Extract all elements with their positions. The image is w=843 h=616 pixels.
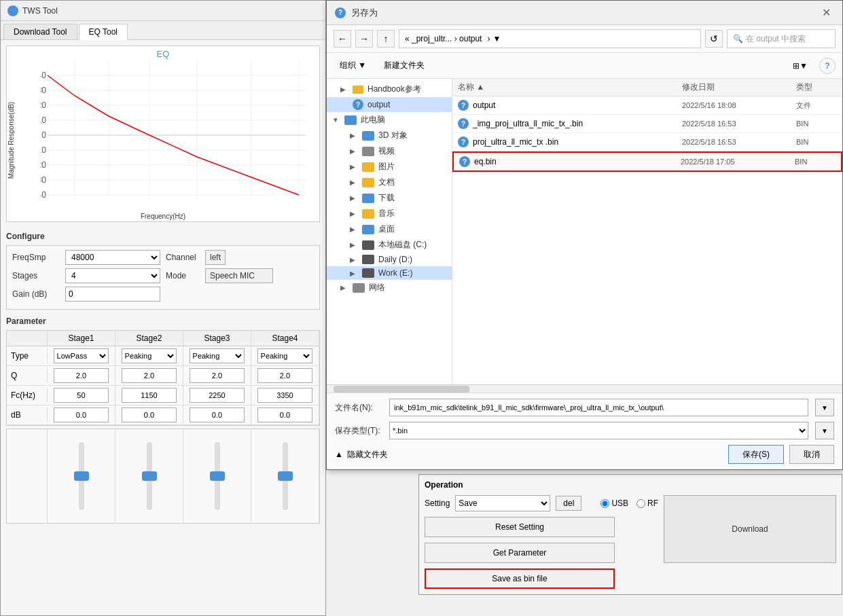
col-date-header[interactable]: 修改日期	[682, 81, 791, 93]
tree-item-music[interactable]: ▶ 音乐	[327, 206, 452, 221]
help-button[interactable]: ?	[819, 58, 836, 74]
tree-label-driveE: Work (E:)	[378, 268, 412, 278]
tree-item-driveD[interactable]: ▶ Daily (D:)	[327, 253, 452, 266]
scrollbar-thumb[interactable]	[334, 386, 469, 393]
configure-label: Configure	[1, 228, 325, 242]
file-icon-img: ?	[458, 118, 469, 129]
usb-radio[interactable]	[600, 499, 609, 508]
db-input-3[interactable]	[190, 407, 245, 422]
fc-input-3[interactable]	[190, 388, 245, 403]
tab-eq-tool[interactable]: EQ Tool	[79, 24, 128, 40]
file-row-proj[interactable]: ? proj_ultra_ll_mic_tx .bin 2022/5/18 16…	[452, 133, 842, 151]
tree-item-driveE[interactable]: ▶ Work (E:)	[327, 266, 452, 280]
del-button[interactable]: del	[556, 496, 581, 511]
tree-label-3d: 3D 对象	[378, 130, 408, 141]
svg-text:10: 10	[41, 115, 46, 125]
hidden-folder-toggle[interactable]: ▲ 隐藏文件夹	[335, 449, 388, 460]
tree-item-desktop[interactable]: ▶ 桌面	[327, 221, 452, 237]
tree-item-video[interactable]: ▶ 视频	[327, 143, 452, 159]
tree-item-docs[interactable]: ▶ 文档	[327, 175, 452, 190]
file-row-img[interactable]: ? _img_proj_ultra_ll_mic_tx_.bin 2022/5/…	[452, 115, 842, 133]
svg-text:0: 0	[41, 130, 46, 140]
db-cell-4	[251, 405, 319, 424]
usb-radio-label[interactable]: USB	[600, 499, 628, 508]
fc-input-1[interactable]	[54, 388, 109, 403]
slider-thumb-4[interactable]	[278, 471, 293, 481]
col-type-header[interactable]: 类型	[796, 81, 837, 93]
db-input-2[interactable]	[122, 407, 177, 422]
filetype-row: 保存类型(T): *.bin ▼	[335, 422, 834, 439]
nav-refresh-button[interactable]: ↺	[705, 30, 723, 48]
breadcrumb-bar[interactable]: « _proj_ultr... › output › ▼	[399, 29, 701, 48]
download-area[interactable]: Download	[664, 495, 836, 563]
db-cell-3	[183, 405, 251, 424]
view-button[interactable]: ⊞▼	[787, 58, 814, 73]
dialog-close-button[interactable]: ✕	[818, 5, 834, 21]
type-select-4[interactable]: Peaking	[257, 348, 313, 363]
reset-setting-button[interactable]: Reset Setting	[425, 517, 615, 537]
tree-item-images[interactable]: ▶ 图片	[327, 159, 452, 175]
tree-label-images: 图片	[378, 161, 395, 173]
breadcrumb-dropdown[interactable]: ▼	[492, 34, 501, 43]
freqsmp-select[interactable]: 48000	[65, 250, 160, 265]
tree-item-output[interactable]: ? output	[327, 97, 452, 112]
q-input-1[interactable]	[54, 368, 109, 383]
file-row-output[interactable]: ? output 2022/5/16 18:08 文件	[452, 96, 842, 115]
expand-icon-downloads: ▶	[350, 194, 358, 202]
nav-up-button[interactable]: ↑	[377, 30, 395, 48]
tree-item-3d[interactable]: ▶ 3D 对象	[327, 128, 452, 143]
tree-item-handbook[interactable]: ▶ Handbook参考	[327, 81, 452, 97]
new-folder-button[interactable]: 新建文件夹	[378, 57, 431, 74]
fc-input-2[interactable]	[122, 388, 177, 403]
dialog-toolbar: 组织 ▼ 新建文件夹 ⊞▼ ?	[327, 53, 842, 79]
q-input-4[interactable]	[257, 368, 313, 383]
file-row-eqbin[interactable]: ? eq.bin 2022/5/18 17:05 BIN	[452, 151, 842, 172]
save-bin-button[interactable]: Save as bin file	[425, 568, 615, 589]
col-name-header[interactable]: 名称 ▲	[458, 81, 677, 93]
q-input-2[interactable]	[122, 368, 177, 383]
cancel-button[interactable]: 取消	[789, 445, 834, 464]
slider-thumb-3[interactable]	[210, 471, 225, 481]
save-button[interactable]: 保存(S)	[728, 445, 784, 464]
scrollbar-h[interactable]	[327, 384, 842, 393]
gain-input[interactable]: 0	[65, 287, 160, 302]
tree-item-driveC[interactable]: ▶ 本地磁盘 (C:)	[327, 237, 452, 253]
db-input-1[interactable]	[54, 407, 109, 422]
type-select-1[interactable]: LowPass	[54, 348, 109, 363]
setting-select[interactable]: Save	[455, 495, 550, 511]
slider-col-1	[48, 429, 115, 523]
rf-radio-label[interactable]: RF	[636, 499, 658, 508]
stages-select[interactable]: 4	[65, 268, 160, 283]
tree-label-output: output	[367, 100, 390, 109]
q-input-3[interactable]	[190, 368, 245, 383]
tree-item-network[interactable]: ▶ 网络	[327, 280, 452, 295]
filename-input[interactable]	[389, 399, 808, 416]
file-dialog: ? 另存为 ✕ ← → ↑ « _proj_ultr... › output ›…	[326, 0, 843, 470]
filetype-select[interactable]: *.bin	[389, 422, 808, 439]
toggle-arrow: ▲	[335, 450, 343, 459]
tab-download-tool[interactable]: Download Tool	[3, 24, 77, 39]
rf-radio[interactable]	[636, 499, 645, 508]
action-buttons: 保存(S) 取消	[728, 445, 834, 464]
svg-text:-30: -30	[41, 175, 46, 185]
db-input-4[interactable]	[257, 407, 313, 422]
tree-item-downloads[interactable]: ▶ 下载	[327, 190, 452, 206]
filetype-dropdown[interactable]: ▼	[815, 422, 834, 439]
filename-dropdown[interactable]: ▼	[815, 399, 834, 416]
slider-thumb-2[interactable]	[142, 471, 157, 481]
tree-item-thispc[interactable]: ▼ 此电脑	[327, 112, 452, 128]
slider-col-3	[183, 429, 251, 523]
get-parameter-button[interactable]: Get Parameter	[425, 543, 615, 563]
slider-thumb-1[interactable]	[74, 471, 89, 481]
folder-icon-images	[362, 162, 374, 172]
nav-back-button[interactable]: ←	[334, 30, 351, 48]
type-select-2[interactable]: Peaking	[122, 348, 177, 363]
expand-icon-music: ▶	[350, 210, 358, 217]
fc-input-4[interactable]	[257, 388, 313, 403]
expand-icon-desktop: ▶	[350, 225, 358, 233]
type-select-3[interactable]: Peaking	[190, 348, 245, 363]
organize-button[interactable]: 组织 ▼	[334, 57, 372, 74]
nav-forward-button[interactable]: →	[355, 30, 373, 48]
x-axis-label: Frequency(Hz)	[7, 213, 319, 220]
chart-title: EQ	[7, 46, 319, 62]
